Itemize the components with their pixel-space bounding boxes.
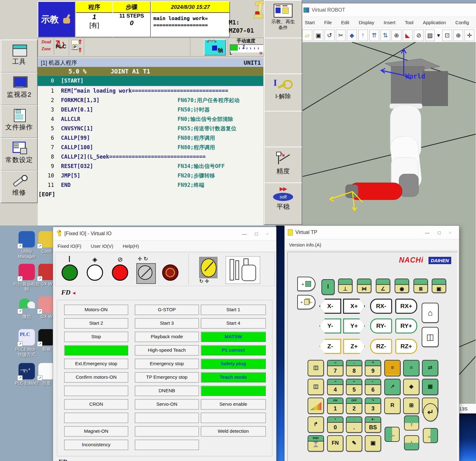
stop-switch[interactable] [112, 264, 128, 281]
menu-item-user-io-v-[interactable]: User IO(V) [91, 243, 113, 249]
zoom-window-icon[interactable]: ⊡ [442, 30, 452, 41]
menu-item-display[interactable]: Display [359, 20, 374, 25]
virtual-robot-titlebar[interactable]: Virtual ROBOT [300, 3, 476, 17]
coord-xyz-icon[interactable]: ∠ [376, 279, 390, 293]
inconsistency-io-button[interactable]: Inconsistency [64, 440, 128, 450]
matsw-io-button[interactable]: MATSW [201, 332, 266, 342]
program-line-10[interactable]: 10JMP[5]FN20;步骤转移 [38, 171, 263, 180]
cube-icon[interactable]: ◆ [347, 30, 357, 41]
program-line-7[interactable]: 7CALLP[100]FN80;程序调用 [38, 143, 263, 152]
arrow-right-key[interactable]: → [423, 428, 438, 443]
save-icon[interactable]: ▣ [314, 30, 324, 41]
tp-key-9[interactable]: ↷9 [365, 360, 381, 376]
sidebar-item-3[interactable]: 文件操作 [1, 105, 38, 138]
blank-r11c2-io-button[interactable] [135, 440, 199, 450]
jog-key-yplus[interactable]: Y+ [343, 318, 365, 334]
manual-speed-slider[interactable]: 1 [230, 44, 264, 52]
jog-step-icon[interactable]: ⇅ [380, 30, 391, 41]
sidebar-item-4[interactable]: 常数设定 [1, 138, 38, 171]
tp-key-r[interactable]: R [384, 398, 401, 414]
sidebar-item-2[interactable]: 监视器2 [1, 73, 38, 106]
program-line-3[interactable]: 3DELAY[0.1]FN50;计时器 [38, 105, 263, 114]
playback-mode-io-button[interactable]: Playback mode [135, 332, 199, 342]
hide-axes-icon[interactable]: ⊘ [414, 30, 424, 41]
emergency-stop-io-button[interactable]: Emergency stop [135, 359, 199, 369]
blank-r10c2-io-button[interactable] [135, 426, 199, 437]
minimize-button[interactable]: — [242, 231, 247, 236]
sidebar-item-5[interactable]: 维修 [1, 171, 38, 203]
jog-key-rxplus[interactable]: RX+ [395, 299, 417, 314]
open-icon[interactable]: ▱ [302, 30, 312, 41]
close-button[interactable]: × [449, 230, 451, 235]
motors-on-io-button[interactable]: Motors-ON [64, 305, 128, 315]
high-speed-teach-io-button[interactable]: High-speed Teach [135, 345, 199, 355]
program-convert-icon[interactable]: ⇄ [422, 360, 438, 376]
safety-plug-io-button[interactable]: Safety plug [201, 359, 266, 369]
program-line-11[interactable]: 11ENDFN92;终端 [38, 180, 263, 190]
start-3-io-button[interactable]: Start 3 [135, 318, 199, 328]
pan-icon[interactable]: ✛ [464, 30, 474, 41]
menu-item-help-h-[interactable]: Help(H) [123, 243, 139, 249]
tp-key-5[interactable]: ╾5 [346, 379, 362, 395]
menu-item-application[interactable]: Application [423, 20, 446, 25]
tp-key-3[interactable]: ↷3 [365, 398, 381, 414]
hourglass-icon[interactable]: END [308, 435, 324, 452]
menu-item-fixed-io-f-[interactable]: Fixed IO(F) [57, 243, 81, 249]
axis-operation-button[interactable]: ↶↷ 轴 [204, 39, 226, 56]
tp-key-0[interactable]: +0 [327, 416, 343, 433]
stop-io-button[interactable]: Stop [64, 332, 128, 342]
tp-enable-device[interactable] [226, 256, 260, 284]
interp-icon[interactable]: ↱ [308, 416, 324, 433]
plc-button[interactable]: ↻ PLC [54, 39, 69, 55]
fixed-io-titlebar[interactable]: [Fixed IO] - Virtual IO — □ × [53, 227, 276, 241]
accuracy-button[interactable]: ↘精度 [264, 147, 302, 183]
tp-key-dot[interactable]: -. [346, 416, 362, 433]
start-switch[interactable] [87, 264, 103, 281]
io-panel-icon[interactable]: ▦ [422, 379, 438, 395]
menu-item-file[interactable]: File [324, 20, 332, 25]
monitor-set-key[interactable]: ◫ [422, 327, 439, 347]
motors-on-switch[interactable] [62, 264, 78, 281]
edit-icon[interactable]: ✎ [346, 435, 362, 452]
help-home-key[interactable]: ⌂ [422, 303, 439, 323]
jog-key-ryplus[interactable]: RY+ [395, 318, 417, 334]
interp-list-icon[interactable]: ≣ [413, 279, 428, 293]
blank-2-button[interactable] [264, 111, 302, 147]
jog-key-zminus[interactable]: Z- [319, 339, 341, 354]
virtual-tp-titlebar[interactable]: Virtual TP — □ × [285, 226, 459, 239]
tp-key-6[interactable]: ╸6 [365, 379, 381, 395]
screen-plus-key[interactable]: + [297, 277, 315, 291]
program-line-1[interactable]: 1REM[“main loading work=================… [38, 86, 263, 95]
dead-zone-button[interactable]: DeadZone [39, 39, 54, 55]
menu-item-config[interactable]: Config [455, 20, 469, 25]
menu-item-edit[interactable]: Edit [341, 20, 349, 25]
page-plus-key[interactable]: +No [297, 295, 315, 309]
start-2-io-button[interactable]: Start 2 [64, 318, 128, 328]
undo-icon[interactable]: ↺ [325, 30, 335, 41]
coord-point-icon[interactable]: ↗ [384, 379, 401, 395]
menu-item-start[interactable]: Start [305, 20, 315, 25]
jog-key-rzplus[interactable]: RZ+ [395, 339, 417, 354]
menu-item-tool[interactable]: Tool [405, 20, 413, 25]
robot-unit-icon[interactable]: ⊥ [338, 279, 353, 293]
weld-detection-io-button[interactable]: Weld detection [201, 426, 266, 437]
cut-icon[interactable]: ✂ [336, 30, 346, 41]
blank-r7c1-io-button[interactable] [64, 386, 128, 396]
menu-item-insert[interactable]: Insert [384, 20, 396, 25]
key-switch[interactable] [199, 257, 217, 278]
jog-key-xminus[interactable]: X- [319, 299, 341, 314]
robot-pose-icon[interactable]: ◣ [403, 30, 413, 41]
jog-key-rxminus[interactable]: RX- [370, 299, 392, 314]
step-insert-icon[interactable]: ≡ [384, 360, 401, 376]
blank-r9c1-io-button[interactable] [64, 413, 128, 423]
tp-emergency-stop-io-button[interactable]: TP Emergency stop [135, 372, 199, 382]
blank-r9c3-io-button[interactable] [201, 413, 266, 423]
hands-icon[interactable]: ◈ [403, 379, 419, 395]
jog-key-zplus[interactable]: Z+ [343, 339, 365, 354]
tp-key-4[interactable]: ╼4 [327, 379, 343, 395]
interference-release-button[interactable]: II-解除 [264, 73, 302, 111]
pages-copy-icon[interactable]: ▣ [365, 435, 381, 452]
handshake-icon[interactable]: ⋈ [357, 279, 371, 293]
arrow-left-key[interactable]: ← [385, 427, 400, 442]
program-line-6[interactable]: 6CALLP[99]FN80;程序调用 [38, 133, 263, 143]
